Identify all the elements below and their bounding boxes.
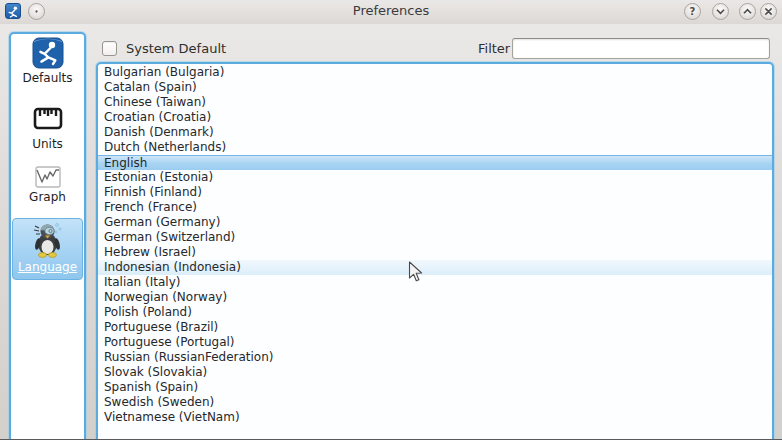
list-item[interactable]: German (Switzerland) bbox=[98, 230, 772, 245]
titlebar: Preferences ? bbox=[0, 0, 782, 24]
system-default-label: System Default bbox=[126, 41, 226, 56]
sidebar-item-graph[interactable]: Graph bbox=[12, 166, 83, 204]
sidebar-item-label: Units bbox=[12, 137, 83, 151]
list-item[interactable]: Danish (Denmark) bbox=[98, 125, 772, 140]
close-button[interactable] bbox=[760, 3, 777, 20]
list-item[interactable]: French (France) bbox=[98, 200, 772, 215]
language-list[interactable]: Bulgarian (Bulgaria) Catalan (Spain) Chi… bbox=[96, 62, 774, 440]
tux-penguin-icon bbox=[31, 220, 65, 258]
list-item[interactable]: Estonian (Estonia) bbox=[98, 170, 772, 185]
sidebar-item-label: Defaults bbox=[12, 71, 83, 85]
list-item[interactable]: Catalan (Spain) bbox=[98, 80, 772, 95]
list-item[interactable]: Swedish (Sweden) bbox=[98, 395, 772, 410]
list-item[interactable]: Italian (Italy) bbox=[98, 275, 772, 290]
ruler-icon bbox=[31, 101, 65, 135]
help-icon: ? bbox=[690, 6, 696, 17]
list-item[interactable]: Hebrew (Israel) bbox=[98, 245, 772, 260]
list-item[interactable]: Vietnamese (VietNam) bbox=[98, 410, 772, 425]
shade-button[interactable] bbox=[712, 3, 729, 20]
list-item[interactable]: Spanish (Spain) bbox=[98, 380, 772, 395]
mouse-cursor bbox=[408, 261, 424, 287]
list-item[interactable]: Portuguese (Portugal) bbox=[98, 335, 772, 350]
preferences-sidebar: Defaults Units Graph bbox=[9, 32, 86, 440]
list-item[interactable]: Portuguese (Brazil) bbox=[98, 320, 772, 335]
filter-input[interactable] bbox=[512, 38, 770, 59]
list-item[interactable]: Dutch (Netherlands) bbox=[98, 140, 772, 155]
sidebar-item-label: Graph bbox=[12, 190, 83, 204]
list-item[interactable]: Bulgarian (Bulgaria) bbox=[98, 65, 772, 80]
sidebar-item-units[interactable]: Units bbox=[12, 101, 83, 151]
list-item[interactable]: Norwegian (Norway) bbox=[98, 290, 772, 305]
list-item[interactable]: Polish (Poland) bbox=[98, 305, 772, 320]
sidebar-item-language[interactable]: Language bbox=[12, 218, 83, 280]
maximize-button[interactable] bbox=[739, 3, 756, 20]
close-icon bbox=[761, 3, 776, 20]
window-title: Preferences bbox=[0, 3, 782, 18]
filter-label: Filter bbox=[478, 41, 506, 56]
list-item-selected[interactable]: English bbox=[98, 155, 772, 170]
help-button[interactable]: ? bbox=[684, 3, 701, 20]
list-item[interactable]: Finnish (Finland) bbox=[98, 185, 772, 200]
dive-profile-icon bbox=[35, 166, 61, 188]
list-item[interactable]: Chinese (Taiwan) bbox=[98, 95, 772, 110]
list-item[interactable]: Croatian (Croatia) bbox=[98, 110, 772, 125]
system-default-checkbox[interactable] bbox=[102, 41, 117, 56]
list-item[interactable]: Russian (RussianFederation) bbox=[98, 350, 772, 365]
sidebar-item-defaults[interactable]: Defaults bbox=[12, 37, 83, 85]
list-item[interactable]: German (Germany) bbox=[98, 215, 772, 230]
diver-icon bbox=[32, 37, 64, 69]
list-item[interactable]: Slovak (Slovakia) bbox=[98, 365, 772, 380]
sidebar-item-label: Language bbox=[13, 260, 82, 274]
chevron-up-icon bbox=[740, 3, 755, 20]
list-item-hovered[interactable]: Indonesian (Indonesia) bbox=[98, 260, 772, 275]
arrow-cursor-icon bbox=[408, 261, 424, 283]
chevron-down-icon bbox=[713, 3, 728, 20]
